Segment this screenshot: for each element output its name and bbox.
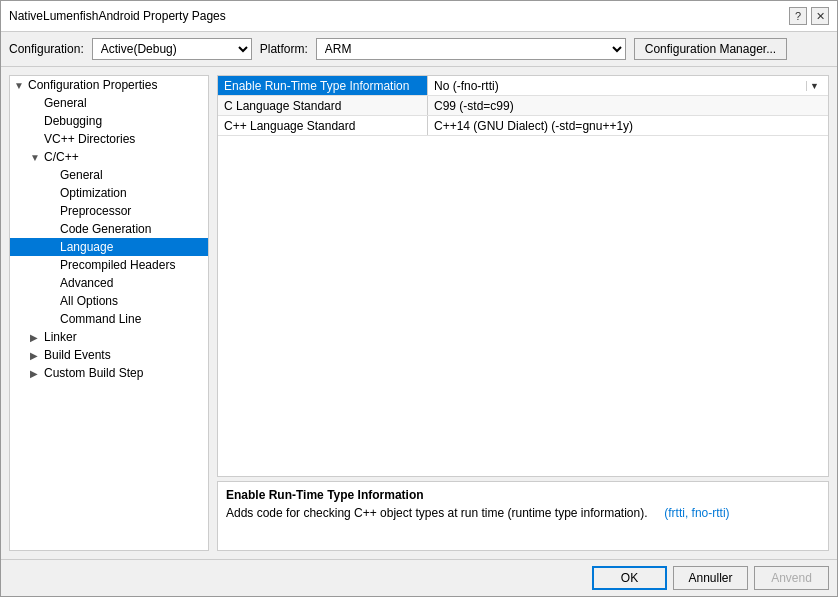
prop-value-text: No (-fno-rtti) (434, 79, 499, 93)
close-button[interactable]: ✕ (811, 7, 829, 25)
prop-value[interactable]: No (-fno-rtti)▼ (428, 76, 828, 95)
tree-toggle-icon: ▶ (30, 332, 42, 343)
sidebar-item-optimization[interactable]: Optimization (10, 184, 208, 202)
prop-value: C99 (-std=c99) (428, 96, 828, 115)
sidebar-item-build-events[interactable]: ▶Build Events (10, 346, 208, 364)
config-label: Configuration: (9, 42, 84, 56)
platform-label: Platform: (260, 42, 308, 56)
ok-button[interactable]: OK (592, 566, 667, 590)
sidebar-item-general[interactable]: General (10, 94, 208, 112)
sidebar-item-label: VC++ Directories (44, 132, 135, 146)
tree-toggle-icon: ▼ (14, 80, 26, 91)
title-bar: NativeLumenfishAndroid Property Pages ? … (1, 1, 837, 32)
sidebar-item-advanced[interactable]: Advanced (10, 274, 208, 292)
sidebar-item-cpp-general[interactable]: General (10, 166, 208, 184)
sidebar-item-label: Precompiled Headers (60, 258, 175, 272)
sidebar-item-label: Code Generation (60, 222, 151, 236)
dialog-title: NativeLumenfishAndroid Property Pages (9, 9, 226, 23)
tree-panel: ▼Configuration PropertiesGeneralDebuggin… (9, 75, 209, 551)
sidebar-item-label: Build Events (44, 348, 111, 362)
config-row: Configuration: Active(Debug) Platform: A… (1, 32, 837, 67)
sidebar-item-command-line[interactable]: Command Line (10, 310, 208, 328)
sidebar-item-label: Advanced (60, 276, 113, 290)
table-row[interactable]: C++ Language StandardC++14 (GNU Dialect)… (218, 116, 828, 136)
prop-value-dropdown: No (-fno-rtti)▼ (434, 79, 822, 93)
sidebar-item-config-props[interactable]: ▼Configuration Properties (10, 76, 208, 94)
info-description: Adds code for checking C++ object types … (226, 506, 648, 520)
info-title: Enable Run-Time Type Information (226, 488, 820, 502)
tree-toggle-icon: ▼ (30, 152, 42, 163)
sidebar-item-label: Configuration Properties (28, 78, 157, 92)
sidebar-item-custom-build[interactable]: ▶Custom Build Step (10, 364, 208, 382)
apply-button[interactable]: Anvend (754, 566, 829, 590)
sidebar-item-linker[interactable]: ▶Linker (10, 328, 208, 346)
sidebar-item-all-options[interactable]: All Options (10, 292, 208, 310)
sidebar-item-label: Linker (44, 330, 77, 344)
sidebar-item-preprocessor[interactable]: Preprocessor (10, 202, 208, 220)
right-panel: Enable Run-Time Type InformationNo (-fno… (217, 75, 829, 551)
sidebar-item-vc-dirs[interactable]: VC++ Directories (10, 130, 208, 148)
sidebar-item-label: General (44, 96, 87, 110)
sidebar-item-language[interactable]: Language (10, 238, 208, 256)
sidebar-item-label: Command Line (60, 312, 141, 326)
sidebar-item-label: C/C++ (44, 150, 79, 164)
cancel-button[interactable]: Annuller (673, 566, 748, 590)
sidebar-item-label: Debugging (44, 114, 102, 128)
bottom-bar: OK Annuller Anvend (1, 559, 837, 596)
sidebar-item-label: Custom Build Step (44, 366, 143, 380)
property-pages-dialog: NativeLumenfishAndroid Property Pages ? … (0, 0, 838, 597)
title-bar-buttons: ? ✕ (789, 7, 829, 25)
table-row[interactable]: C Language StandardC99 (-std=c99) (218, 96, 828, 116)
sidebar-item-label: General (60, 168, 103, 182)
dropdown-arrow-icon[interactable]: ▼ (806, 81, 822, 91)
tree-toggle-icon: ▶ (30, 350, 42, 361)
sidebar-item-label: Preprocessor (60, 204, 131, 218)
help-button[interactable]: ? (789, 7, 807, 25)
info-text: Adds code for checking C++ object types … (226, 506, 820, 520)
tree-toggle-icon: ▶ (30, 368, 42, 379)
sidebar-item-label: Language (60, 240, 113, 254)
prop-value: C++14 (GNU Dialect) (-std=gnu++1y) (428, 116, 828, 135)
sidebar-item-code-gen[interactable]: Code Generation (10, 220, 208, 238)
prop-name: Enable Run-Time Type Information (218, 76, 428, 95)
info-panel: Enable Run-Time Type Information Adds co… (217, 481, 829, 551)
config-manager-button[interactable]: Configuration Manager... (634, 38, 787, 60)
prop-name: C++ Language Standard (218, 116, 428, 135)
sidebar-item-debugging[interactable]: Debugging (10, 112, 208, 130)
sidebar-item-precompiled[interactable]: Precompiled Headers (10, 256, 208, 274)
configuration-select[interactable]: Active(Debug) (92, 38, 252, 60)
prop-name: C Language Standard (218, 96, 428, 115)
table-row[interactable]: Enable Run-Time Type InformationNo (-fno… (218, 76, 828, 96)
sidebar-item-label: All Options (60, 294, 118, 308)
sidebar-item-cpp[interactable]: ▼C/C++ (10, 148, 208, 166)
main-content: ▼Configuration PropertiesGeneralDebuggin… (1, 67, 837, 559)
properties-table: Enable Run-Time Type InformationNo (-fno… (217, 75, 829, 477)
info-link[interactable]: (frtti, fno-rtti) (664, 506, 729, 520)
sidebar-item-label: Optimization (60, 186, 127, 200)
platform-select[interactable]: ARM (316, 38, 626, 60)
